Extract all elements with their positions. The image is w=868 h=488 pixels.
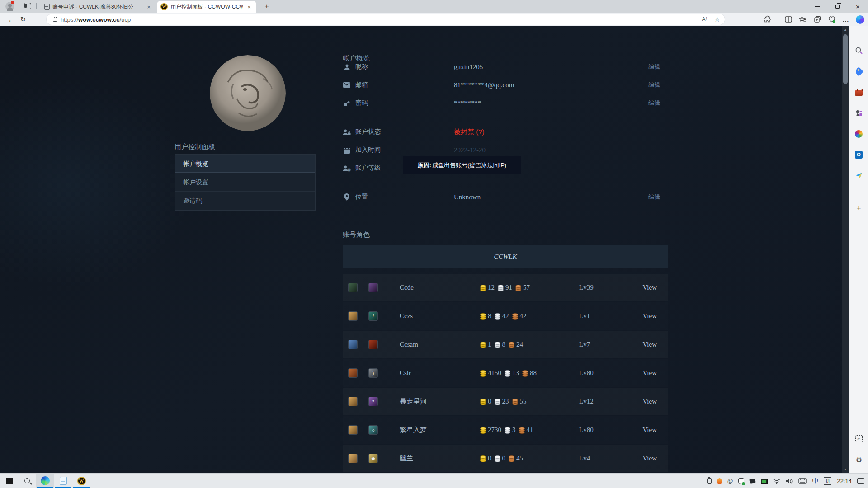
gold-amount: 0: [488, 398, 491, 405]
class-icon: /: [368, 311, 378, 321]
at-tray-icon[interactable]: @: [727, 478, 733, 484]
collections-icon[interactable]: [813, 15, 821, 23]
divider: [778, 16, 778, 23]
scrollbar-thumb[interactable]: [843, 34, 848, 84]
silver-amount: 8: [502, 341, 506, 348]
taskbar-wow-icon[interactable]: W: [72, 474, 90, 488]
refresh-button[interactable]: ↻: [17, 15, 29, 23]
class-icon: [368, 340, 378, 349]
sidebar-shopping-icon[interactable]: [854, 67, 863, 76]
overview-row: 位置Unknown编辑: [343, 188, 668, 206]
close-tab-icon[interactable]: ×: [245, 4, 253, 10]
sidebar-item-settings[interactable]: 帐户设置: [175, 173, 315, 192]
edit-link[interactable]: 编辑: [648, 99, 660, 107]
view-link[interactable]: View: [642, 398, 657, 405]
sidebar-settings-icon[interactable]: ⚙: [856, 455, 862, 464]
sidebar-games-icon[interactable]: [854, 108, 863, 117]
view-link[interactable]: View: [642, 369, 657, 377]
character-row: Ccde129157Lv39View: [343, 274, 668, 301]
window-controls: ×: [807, 0, 868, 13]
sidebar-customize-icon[interactable]: +: [857, 204, 861, 213]
taskbar-edge-icon[interactable]: [36, 474, 54, 488]
settings-menu-icon[interactable]: …: [842, 16, 849, 23]
gold-coin-icon: [480, 398, 486, 405]
back-button[interactable]: ←: [5, 16, 17, 23]
sidebar-outlook-icon[interactable]: O: [854, 150, 863, 159]
close-button[interactable]: ×: [848, 0, 868, 13]
edit-link[interactable]: 编辑: [648, 63, 660, 71]
edit-link[interactable]: 编辑: [648, 81, 660, 89]
ime-pinyin-icon[interactable]: 拼: [824, 477, 831, 485]
flame-tray-icon[interactable]: [717, 478, 722, 484]
copper-coin-icon: [515, 284, 522, 291]
close-tab-icon[interactable]: ×: [145, 4, 152, 10]
sidebar-m365-icon[interactable]: [854, 129, 863, 138]
restore-button[interactable]: [827, 0, 848, 13]
favorite-star-icon[interactable]: ☆: [714, 15, 720, 23]
sidebar-drop-icon[interactable]: [854, 171, 863, 180]
scroll-up-icon[interactable]: ▲: [842, 26, 849, 33]
browser-tab-strip: 账号申诉 - CCWLK-魔兽80怀旧公 × W 用户控制面板 - CCWOW-…: [0, 0, 868, 13]
gold-amount: 8: [488, 312, 491, 320]
favorites-icon[interactable]: [799, 15, 807, 23]
sidebar-search-icon[interactable]: [854, 46, 863, 55]
taskbar-search-icon[interactable]: [18, 474, 36, 488]
field-value[interactable]: 被封禁 (?): [454, 128, 485, 136]
character-level: Lv12: [579, 398, 594, 405]
field-value: ********: [454, 99, 481, 107]
character-name: Cczs: [400, 312, 413, 320]
satellite-tray-icon[interactable]: [750, 479, 755, 483]
character-money: 2730341: [480, 426, 533, 434]
taskbar-notepad-icon[interactable]: [54, 474, 72, 488]
extensions-icon[interactable]: [763, 15, 771, 23]
copper-amount: 42: [520, 312, 527, 320]
gold-coin-icon: [480, 313, 486, 320]
divider: [854, 449, 864, 449]
field-label: 加入时间: [355, 146, 381, 154]
browser-essentials-icon[interactable]: [828, 15, 836, 23]
minimize-button[interactable]: [807, 0, 827, 13]
sidebar-item-invite-code[interactable]: 邀请码: [175, 192, 315, 210]
volume-icon[interactable]: [786, 478, 793, 484]
usb-tray-icon[interactable]: [707, 478, 712, 484]
wifi-icon[interactable]: [773, 478, 780, 484]
copper-coin-icon: [508, 341, 515, 348]
sidebar-tools-icon[interactable]: [854, 88, 863, 97]
view-link[interactable]: View: [642, 284, 657, 291]
overview-row: 账户状态被封禁 (?): [343, 123, 668, 141]
tab-account-appeal[interactable]: 账号申诉 - CCWLK-魔兽80怀旧公 ×: [41, 1, 156, 13]
copper-coin-icon: [508, 455, 515, 462]
sidebar-item-overview[interactable]: 帐户概览: [175, 155, 315, 173]
page-scrollbar[interactable]: ▲ ▼: [842, 26, 849, 473]
start-button[interactable]: [0, 474, 18, 488]
race-icon: [348, 340, 358, 349]
tab-actions-icon[interactable]: [24, 3, 31, 9]
copper-amount: 88: [530, 369, 537, 377]
screenshot-icon[interactable]: ✂: [855, 435, 863, 442]
notification-center-icon[interactable]: [857, 478, 864, 484]
view-link[interactable]: View: [642, 312, 657, 320]
keyboard-icon[interactable]: [798, 478, 807, 484]
recorder-tray-icon[interactable]: [761, 479, 768, 484]
character-name: Ccsam: [400, 341, 418, 348]
calendar-icon: [343, 147, 351, 154]
view-link[interactable]: View: [642, 426, 657, 434]
view-link[interactable]: View: [642, 455, 657, 462]
security-shield-icon[interactable]: [738, 478, 744, 484]
character-level: Lv80: [579, 369, 594, 377]
address-bar[interactable]: https://wow.ccwow.cc/ucp A) ☆: [47, 14, 725, 25]
race-icon: [348, 454, 358, 463]
split-screen-icon[interactable]: [784, 15, 793, 23]
view-link[interactable]: View: [642, 341, 657, 348]
tab-user-control-panel[interactable]: W 用户控制面板 - CCWOW-CCWLK ×: [157, 1, 256, 13]
character-name: 繁星入梦: [400, 426, 427, 434]
scroll-down-icon[interactable]: ▼: [842, 466, 849, 473]
copilot-icon[interactable]: [856, 15, 864, 24]
taskbar-clock[interactable]: 22:14: [837, 478, 852, 484]
new-tab-button[interactable]: +: [262, 2, 271, 11]
character-level: Lv4: [579, 455, 590, 462]
edit-link[interactable]: 编辑: [648, 193, 660, 201]
ime-language-icon[interactable]: 中: [812, 477, 818, 485]
webpage-content: 用户控制面板 帐户概览帐户设置邀请码 帐户概览 昵称guxin1205编辑邮箱8…: [0, 26, 842, 473]
read-aloud-icon[interactable]: A): [702, 16, 707, 23]
